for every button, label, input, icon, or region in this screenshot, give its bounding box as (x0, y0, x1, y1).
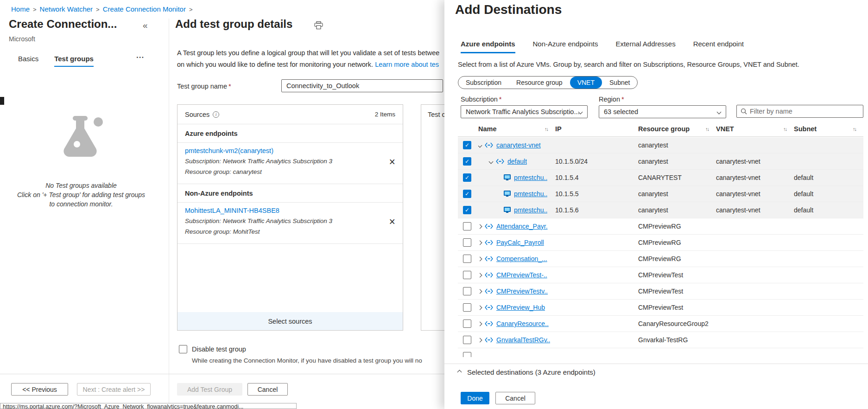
row-checkbox[interactable] (463, 271, 471, 279)
table-row[interactable]: Attendance_Payr.CMPreviewRG (458, 218, 863, 235)
row-checkbox[interactable]: ✓ (463, 190, 471, 198)
table-row[interactable]: Compensation_...CMPreviewRG (458, 251, 863, 267)
row-resource-group: CMPreviewRG (638, 223, 716, 230)
row-checkbox[interactable] (463, 222, 471, 230)
sort-icon[interactable]: ↑↓ (853, 126, 856, 132)
row-name-link[interactable]: pmtestchu.. (514, 190, 547, 198)
breadcrumb-network-watcher[interactable]: Network Watcher (40, 5, 93, 13)
sort-icon[interactable]: ↑↓ (545, 126, 548, 132)
sort-icon[interactable]: ↑↓ (783, 126, 786, 132)
next-create-alert-button[interactable]: Next : Create alert >> (77, 383, 151, 396)
table-row[interactable]: ✓pmtestchu..10.1.5.6canarytestcanarytest… (458, 202, 863, 218)
pill-vnet[interactable]: VNET (570, 77, 602, 89)
collapse-row-chevron-icon[interactable] (489, 159, 494, 164)
pill-subnet[interactable]: Subnet (602, 77, 637, 89)
left-tabs: Basics Test groups (18, 55, 94, 67)
breadcrumb-home[interactable]: Home (11, 5, 30, 13)
previous-button[interactable]: << Previous (11, 383, 68, 396)
print-icon[interactable] (314, 21, 323, 31)
row-name-link[interactable]: PayCalc_Payroll (496, 239, 544, 246)
row-checkbox[interactable]: ✓ (463, 157, 471, 166)
column-header-ip[interactable]: IP (555, 125, 638, 133)
learn-more-link[interactable]: Learn more about tes (375, 61, 439, 68)
row-checkbox[interactable] (463, 336, 471, 344)
pill-resource-group[interactable]: Resource group (509, 77, 570, 89)
table-row[interactable] (458, 348, 863, 357)
column-header-name[interactable]: Name↑↓ (478, 125, 555, 133)
table-row[interactable]: CMPreview_HubCMPreviewTest (458, 300, 863, 316)
column-header-vnet[interactable]: VNET↑↓ (716, 125, 794, 133)
expand-row-chevron-icon[interactable] (478, 256, 482, 261)
row-checkbox[interactable]: ✓ (463, 141, 471, 149)
row-name-link[interactable]: GnvarkalTestRGv.. (496, 336, 550, 344)
collapse-panel-button[interactable]: « (143, 20, 148, 31)
group-by-pills: Subscription Resource group VNET Subnet (458, 76, 638, 89)
row-checkbox[interactable] (463, 303, 471, 312)
tab-azure-endpoints[interactable]: Azure endpoints (461, 40, 515, 53)
remove-source-icon[interactable]: × (389, 217, 395, 227)
expand-row-chevron-icon[interactable] (478, 224, 482, 229)
row-checkbox[interactable]: ✓ (463, 206, 471, 214)
table-row[interactable]: ✓default10.1.5.0/24canarytestcanarytest-… (458, 153, 863, 170)
sort-icon[interactable]: ↑↓ (705, 126, 709, 132)
expand-row-chevron-icon[interactable] (478, 338, 482, 342)
row-name-link[interactable]: Attendance_Payr. (496, 223, 548, 230)
add-test-group-button[interactable]: Add Test Group (177, 383, 242, 396)
row-checkbox[interactable] (463, 352, 471, 357)
subscription-dropdown[interactable]: Network Traffic Analytics Subscriptio... (461, 105, 588, 118)
breadcrumb-create-connection-monitor[interactable]: Create Connection Monitor (103, 5, 186, 13)
row-checkbox[interactable]: ✓ (463, 173, 471, 182)
row-name-link[interactable]: pmtestchu.. (514, 206, 547, 214)
column-header-subnet[interactable]: Subnet↑↓ (794, 125, 863, 133)
source-name-link[interactable]: MohittestLA_MININT-HB4SBE8 (185, 207, 279, 214)
row-name-link[interactable]: CanaryResource.. (496, 320, 549, 327)
region-dropdown[interactable]: 63 selected (599, 105, 726, 118)
test-group-name-input[interactable] (281, 79, 443, 92)
expand-row-chevron-icon[interactable] (478, 289, 482, 294)
row-name-link[interactable]: CMPreviewTest-.. (496, 271, 547, 279)
expand-row-chevron-icon[interactable] (478, 273, 482, 277)
info-icon[interactable]: i (213, 111, 219, 118)
disable-test-group-checkbox[interactable] (179, 345, 187, 353)
row-name-link[interactable]: canarytest-vnet (496, 141, 541, 149)
row-name-link[interactable]: CMPreviewTestv.. (496, 288, 548, 295)
cancel-button[interactable]: Cancel (495, 392, 535, 404)
cancel-button[interactable]: Cancel (247, 383, 288, 396)
row-name-link[interactable]: CMPreview_Hub (496, 304, 545, 311)
tab-basics[interactable]: Basics (18, 55, 38, 67)
source-name-link[interactable]: pmtestchunk-vm2(canarytest) (185, 147, 273, 154)
table-row[interactable]: ✓pmtestchu..10.1.5.5canarytestcanarytest… (458, 186, 863, 202)
table-row[interactable]: CMPreviewTestv..CMPreviewTest (458, 283, 863, 300)
select-sources-link[interactable]: Select sources (268, 318, 312, 325)
pill-subscription[interactable]: Subscription (458, 77, 509, 89)
expand-row-chevron-icon[interactable] (478, 321, 482, 326)
tab-test-groups[interactable]: Test groups (54, 55, 94, 67)
table-row[interactable]: ✓canarytest-vnetcanarytest (458, 137, 863, 153)
row-name-link[interactable]: default (507, 158, 527, 165)
table-row[interactable]: PayCalc_PayrollCMPreviewRG (458, 235, 863, 251)
table-row[interactable]: CanaryResource..CanaryResourceGroup2 (458, 316, 863, 332)
more-options-button[interactable]: ... (136, 51, 144, 60)
column-header-resource-group[interactable]: Resource group↑↓ (638, 125, 716, 133)
tab-recent-endpoint[interactable]: Recent endpoint (693, 40, 744, 53)
status-url-tooltip: https://ms.portal.azure.com/?Microsoft_A… (0, 403, 297, 409)
tab-external-addresses[interactable]: External Addresses (615, 40, 675, 53)
row-checkbox[interactable] (463, 320, 471, 328)
row-name-link[interactable]: pmtestchu.. (514, 174, 547, 181)
row-checkbox[interactable] (463, 255, 471, 263)
row-name-link[interactable]: Compensation_... (496, 255, 547, 262)
table-row[interactable]: GnvarkalTestRGv..Gnvarkal-TestRG (458, 332, 863, 348)
tab-non-azure-endpoints[interactable]: Non-Azure endpoints (533, 40, 598, 53)
done-button[interactable]: Done (461, 392, 489, 404)
row-checkbox[interactable] (463, 238, 471, 247)
expand-row-chevron-icon[interactable] (478, 305, 482, 310)
selected-destinations-summary[interactable]: Selected destinations (3 Azure endpoints… (458, 368, 596, 376)
remove-source-icon[interactable]: × (389, 157, 395, 167)
table-row[interactable]: CMPreviewTest-..CMPreviewTest (458, 267, 863, 283)
filter-by-name-input[interactable] (750, 108, 859, 115)
subscription-value: Network Traffic Analytics Subscriptio... (466, 108, 580, 115)
expand-row-chevron-icon[interactable] (478, 240, 482, 245)
table-row[interactable]: ✓pmtestchu..10.1.5.4CANARYTESTcanarytest… (458, 170, 863, 186)
collapse-row-chevron-icon[interactable] (478, 143, 482, 147)
row-checkbox[interactable] (463, 287, 471, 295)
